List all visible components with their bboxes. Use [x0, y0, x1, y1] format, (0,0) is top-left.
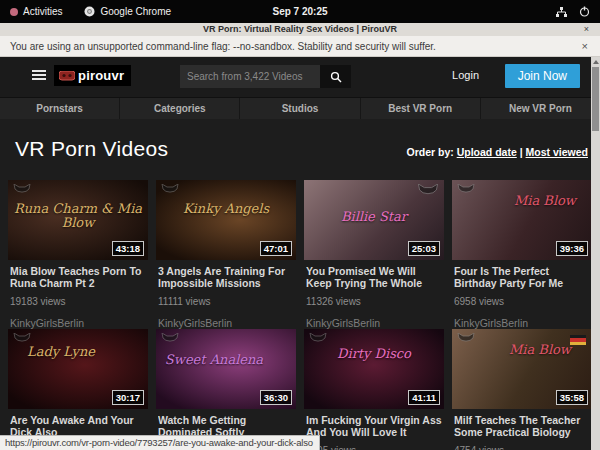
- duration-badge: 43:18: [112, 241, 144, 256]
- duration-badge: 39:36: [556, 241, 588, 256]
- video-views: 19183 views: [10, 296, 146, 307]
- studio-watermark-icon: [161, 333, 179, 348]
- video-thumbnail[interactable]: Kinky Angels 47:01: [156, 180, 296, 260]
- thumbnail-overlay-text: Runa Charm & Mia Blow: [12, 202, 144, 231]
- thumbnail-overlay-text: Dirty Disco: [308, 347, 440, 361]
- studio-watermark-icon: [417, 184, 439, 202]
- page-heading-row: VR Porn Videos Order by: Upload date | M…: [0, 119, 600, 171]
- search-button[interactable]: [320, 65, 351, 88]
- studio-watermark-icon: [309, 333, 327, 348]
- scrollbar-up-arrow-icon[interactable]: [591, 57, 600, 66]
- video-thumbnail[interactable]: Mia Blow 35:58: [452, 329, 592, 409]
- search-icon: [330, 71, 342, 83]
- duration-badge: 30:17: [112, 390, 144, 405]
- order-upload-date-link[interactable]: Upload date: [457, 146, 517, 158]
- join-now-button[interactable]: Join Now: [505, 64, 580, 88]
- main-nav: Pornstars Categories Studios Best VR Por…: [0, 97, 600, 119]
- system-top-bar: Activities Google Chrome Sep 7 20:25: [0, 0, 600, 23]
- order-most-viewed-link[interactable]: Most viewed: [526, 146, 588, 158]
- vr-headset-icon: [59, 71, 75, 81]
- thumbnail-overlay-text: Billie Star: [308, 210, 440, 224]
- scrollbar-thumb[interactable]: [592, 67, 599, 131]
- thumbnail-overlay-text: Mia Blow: [492, 343, 588, 357]
- video-card: Sweet Analena 36:30 Watch Me Getting Dom…: [156, 329, 296, 450]
- video-card: Billie Star 25:03 You Promised We Will K…: [304, 180, 444, 329]
- german-flag: [570, 335, 586, 345]
- site-logo-text: pirouvr: [78, 68, 124, 83]
- studio-link[interactable]: KinkyGirlsBerlin: [306, 317, 442, 329]
- status-url-bubble: https://pirouvr.com/vr-porn-video/779325…: [0, 435, 320, 450]
- thumbnail-overlay-text: Mia Blow: [502, 194, 588, 208]
- window-close-icon[interactable]: ×: [584, 23, 589, 36]
- duration-badge: 25:03: [408, 241, 440, 256]
- video-title-link[interactable]: Four Is The Perfect Birthday Party For M…: [454, 266, 590, 290]
- duration-badge: 41:11: [408, 390, 440, 405]
- video-thumbnail[interactable]: Dirty Disco 41:11: [304, 329, 444, 409]
- duration-badge: 35:58: [556, 390, 588, 405]
- order-separator: |: [520, 146, 523, 158]
- video-views: 11326 views: [306, 296, 442, 307]
- video-views: 11111 views: [158, 296, 294, 307]
- window-title: VR Porn: Virtual Reality Sex Videos | Pi…: [203, 24, 397, 34]
- window-title-bar: VR Porn: Virtual Reality Sex Videos | Pi…: [0, 23, 600, 36]
- search-bar: [180, 65, 351, 88]
- nav-item-studios[interactable]: Studios: [239, 98, 359, 119]
- menu-icon[interactable]: [32, 70, 46, 82]
- studio-watermark-icon: [457, 184, 475, 199]
- video-title-link[interactable]: Mia Blow Teaches Porn To Runa Charm Pt 2: [10, 266, 146, 290]
- page-title: VR Porn Videos: [15, 137, 168, 161]
- power-icon[interactable]: [579, 6, 590, 17]
- video-grid: Runa Charm & Mia Blow 43:18 Mia Blow Tea…: [8, 180, 600, 450]
- order-by: Order by: Upload date | Most viewed: [406, 146, 588, 158]
- duration-badge: 36:30: [260, 390, 292, 405]
- order-by-label: Order by:: [406, 146, 453, 158]
- system-clock[interactable]: Sep 7 20:25: [0, 6, 600, 17]
- video-title-link[interactable]: Milf Teaches The Teacher Some Practical …: [454, 415, 590, 439]
- video-card: Mia Blow 35:58 Milf Teaches The Teacher …: [452, 329, 592, 450]
- video-thumbnail[interactable]: Mia Blow 39:36: [452, 180, 592, 260]
- network-icon[interactable]: [556, 7, 567, 17]
- infobar-message: You are using an unsupported command-lin…: [10, 41, 436, 52]
- thumbnail-overlay-text: Kinky Angels: [160, 202, 292, 216]
- video-views: 4754 views: [454, 445, 590, 450]
- studio-link[interactable]: KinkyGirlsBerlin: [10, 317, 146, 329]
- video-card: Kinky Angels 47:01 3 Angels Are Training…: [156, 180, 296, 329]
- duration-badge: 47:01: [260, 241, 292, 256]
- nav-item-categories[interactable]: Categories: [119, 98, 239, 119]
- scrollbar-track[interactable]: [591, 57, 600, 450]
- infobar-close-icon[interactable]: ×: [582, 40, 588, 52]
- web-page: pirouvr Login Join Now Pornstars Categor…: [0, 57, 600, 450]
- video-thumbnail[interactable]: Billie Star 25:03: [304, 180, 444, 260]
- studio-watermark-icon: [13, 333, 31, 348]
- video-card: Mia Blow 39:36 Four Is The Perfect Birth…: [452, 180, 592, 329]
- nav-item-new[interactable]: New VR Porn: [480, 98, 600, 119]
- video-title-link[interactable]: Im Fucking Your Virgin Ass And You Will …: [306, 415, 442, 439]
- video-thumbnail[interactable]: Runa Charm & Mia Blow 43:18: [8, 180, 148, 260]
- nav-item-pornstars[interactable]: Pornstars: [0, 98, 119, 119]
- studio-link[interactable]: KinkyGirlsBerlin: [454, 317, 590, 329]
- site-logo[interactable]: pirouvr: [54, 65, 131, 86]
- chrome-infobar: You are using an unsupported command-lin…: [0, 36, 600, 57]
- search-input[interactable]: [180, 65, 320, 88]
- login-link[interactable]: Login: [452, 69, 479, 81]
- studio-watermark-icon: [13, 184, 31, 199]
- video-card: Lady Lyne 30:17 Are You Awake And Your D…: [8, 329, 148, 450]
- video-thumbnail[interactable]: Lady Lyne 30:17: [8, 329, 148, 409]
- video-card: Runa Charm & Mia Blow 43:18 Mia Blow Tea…: [8, 180, 148, 329]
- video-title-link[interactable]: You Promised We Will Keep Trying The Who…: [306, 266, 442, 290]
- video-views: 9705 views: [306, 445, 442, 450]
- video-views: 6958 views: [454, 296, 590, 307]
- studio-link[interactable]: KinkyGirlsBerlin: [158, 317, 294, 329]
- site-header: pirouvr Login Join Now: [0, 57, 600, 97]
- video-title-link[interactable]: 3 Angels Are Training For Impossible Mis…: [158, 266, 294, 290]
- thumbnail-overlay-text: Sweet Analena: [156, 353, 292, 367]
- studio-watermark-icon: [161, 184, 179, 199]
- video-card: Dirty Disco 41:11 Im Fucking Your Virgin…: [304, 329, 444, 450]
- nav-item-best[interactable]: Best VR Porn: [360, 98, 480, 119]
- studio-watermark-icon: [457, 333, 475, 348]
- video-thumbnail[interactable]: Sweet Analena 36:30: [156, 329, 296, 409]
